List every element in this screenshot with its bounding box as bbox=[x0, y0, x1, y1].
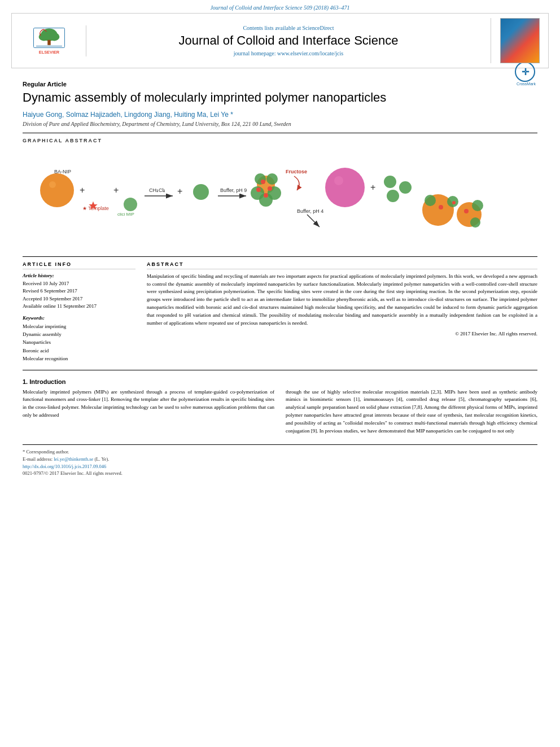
copyright: © 2017 Elsevier Inc. All rights reserved… bbox=[147, 331, 537, 337]
svg-point-47 bbox=[472, 200, 483, 211]
divider-3 bbox=[23, 370, 537, 370]
article-type: Regular Article bbox=[23, 81, 537, 88]
authors-line: Haiyue Gong, Solmaz Hajizadeh, Lingdong … bbox=[23, 111, 537, 119]
svg-point-46 bbox=[425, 195, 436, 206]
svg-point-41 bbox=[399, 181, 412, 194]
svg-point-9 bbox=[49, 181, 56, 188]
affiliation: Division of Pure and Applied Biochemistr… bbox=[23, 121, 537, 127]
svg-text:+: + bbox=[370, 182, 375, 192]
svg-point-51 bbox=[452, 201, 456, 204]
article-title: Dynamic assembly of molecularly imprinte… bbox=[23, 90, 537, 106]
footnote-issn: 0021-9797/© 2017 Elsevier Inc. All right… bbox=[23, 470, 537, 477]
corresponding-marker: * bbox=[230, 111, 233, 119]
svg-point-42 bbox=[387, 190, 399, 202]
footnote-email-link[interactable]: lei.ye@thinkemth.se bbox=[54, 456, 93, 462]
crossmark-badge: ✛ CrossMark bbox=[515, 62, 537, 84]
journal-header-center: Contents lists available at ScienceDirec… bbox=[86, 25, 491, 56]
svg-text:★ Template: ★ Template bbox=[82, 206, 109, 211]
keyword-2: Dynamic assembly bbox=[23, 330, 135, 338]
intro-heading: 1. Introduction bbox=[23, 378, 537, 385]
article-info-heading: ARTICLE INFO bbox=[23, 261, 135, 269]
svg-point-37 bbox=[325, 168, 365, 207]
divider-1 bbox=[23, 133, 537, 133]
svg-point-33 bbox=[264, 193, 268, 198]
graphical-abstract-section: GRAPHICAL ABSTRACT BA-NIP + ★ Template +… bbox=[23, 138, 537, 252]
footnote-email: E-mail address: lei.ye@thinkemth.se (L. … bbox=[23, 456, 537, 463]
crossmark-icon: ✛ bbox=[515, 62, 535, 82]
introduction-section: 1. Introduction Molecularly imprinted po… bbox=[23, 378, 537, 436]
svg-point-30 bbox=[261, 180, 265, 184]
history-accepted: Accepted 10 September 2017 bbox=[23, 295, 135, 303]
article-history-label: Article history: bbox=[23, 273, 135, 278]
intro-body: Molecularly imprinted polymers (MIPs) ar… bbox=[23, 388, 537, 436]
svg-point-49 bbox=[439, 205, 443, 209]
svg-point-32 bbox=[256, 187, 261, 192]
svg-text:Fructose: Fructose bbox=[286, 169, 307, 174]
keywords-label: Keywords: bbox=[23, 315, 135, 321]
svg-point-14 bbox=[124, 198, 137, 211]
sciencedirect-link: Contents lists available at ScienceDirec… bbox=[95, 25, 482, 31]
journal-homepage: journal homepage: www.elsevier.com/locat… bbox=[95, 50, 482, 56]
svg-text:Buffer, pH 4: Buffer, pH 4 bbox=[297, 208, 323, 214]
journal-top-bar: Journal of Colloid and Interface Science… bbox=[0, 0, 560, 13]
abstract-heading: ABSTRACT bbox=[147, 261, 537, 269]
svg-point-3 bbox=[49, 32, 59, 41]
page: Journal of Colloid and Interface Science… bbox=[0, 0, 560, 747]
history-revised: Revised 6 September 2017 bbox=[23, 287, 135, 295]
intro-col2: through the use of highly selective mole… bbox=[286, 388, 537, 436]
authors-text: Haiyue Gong, Solmaz Hajizadeh, Lingdong … bbox=[23, 111, 229, 119]
svg-point-48 bbox=[470, 217, 480, 228]
footnote-doi: http://dx.doi.org/10.1016/j.jcis.2017.09… bbox=[23, 463, 537, 470]
svg-point-31 bbox=[268, 186, 272, 191]
keyword-5: Molecular recognition bbox=[23, 355, 135, 362]
journal-cover-image bbox=[500, 18, 540, 63]
graphical-abstract-image: BA-NIP + ★ Template + clici MIP CH₂Cl₂ bbox=[23, 148, 537, 250]
svg-point-29 bbox=[266, 173, 278, 185]
homepage-url[interactable]: www.elsevier.com/locate/jcis bbox=[277, 50, 343, 56]
svg-text:+: + bbox=[177, 186, 182, 196]
intro-text-col2: through the use of highly selective mole… bbox=[286, 388, 537, 436]
elsevier-logo: ELSEVIER bbox=[27, 25, 72, 56]
intro-text-col1: Molecularly imprinted polymers (MIPs) ar… bbox=[23, 388, 274, 420]
keyword-1: Molecular imprinting bbox=[23, 322, 135, 330]
history-available: Available online 11 September 2017 bbox=[23, 303, 135, 311]
graphical-abstract-heading: GRAPHICAL ABSTRACT bbox=[23, 138, 537, 143]
svg-text:CH₂Cl₂: CH₂Cl₂ bbox=[149, 187, 166, 193]
footnote-section: * Corresponding author. E-mail address: … bbox=[23, 444, 537, 477]
journal-header: ELSEVIER Contents lists available at Sci… bbox=[11, 13, 549, 68]
svg-text:ELSEVIER: ELSEVIER bbox=[38, 49, 59, 54]
intro-col1: Molecularly imprinted polymers (MIPs) ar… bbox=[23, 388, 274, 436]
article-content: Regular Article ✛ CrossMark Dynamic asse… bbox=[0, 68, 560, 484]
abstract-column: ABSTRACT Manipulation of specific bindin… bbox=[147, 261, 537, 363]
svg-point-21 bbox=[193, 184, 209, 200]
doi-link[interactable]: http://dx.doi.org/10.1016/j.jcis.2017.09… bbox=[23, 464, 106, 469]
svg-point-40 bbox=[384, 176, 396, 188]
svg-text:+: + bbox=[113, 185, 119, 195]
svg-text:Buffer, pH 9: Buffer, pH 9 bbox=[220, 187, 247, 193]
keyword-3: Nanoparticles bbox=[23, 338, 135, 346]
svg-text:+: + bbox=[80, 185, 85, 195]
history-received: Received 10 July 2017 bbox=[23, 280, 135, 288]
divider-2 bbox=[23, 256, 537, 257]
article-info-abstract: ARTICLE INFO Article history: Received 1… bbox=[23, 261, 537, 363]
journal-title: Journal of Colloid and Interface Science bbox=[95, 33, 482, 48]
svg-rect-4 bbox=[47, 40, 51, 45]
journal-reference: Journal of Colloid and Interface Science… bbox=[210, 5, 349, 11]
svg-point-50 bbox=[464, 209, 469, 213]
keyword-4: Boronic acid bbox=[23, 347, 135, 355]
article-info-column: ARTICLE INFO Article history: Received 1… bbox=[23, 261, 135, 363]
sciencedirect-text[interactable]: ScienceDirect bbox=[302, 25, 334, 31]
svg-point-38 bbox=[334, 176, 343, 185]
abstract-text: Manipulation of specific binding and rec… bbox=[147, 273, 537, 328]
svg-text:clici MIP: clici MIP bbox=[117, 212, 134, 217]
svg-point-8 bbox=[40, 173, 74, 207]
footnote-corresponding: * Corresponding author. bbox=[23, 448, 537, 456]
journal-header-left: ELSEVIER bbox=[19, 25, 86, 56]
journal-header-right bbox=[491, 18, 541, 63]
